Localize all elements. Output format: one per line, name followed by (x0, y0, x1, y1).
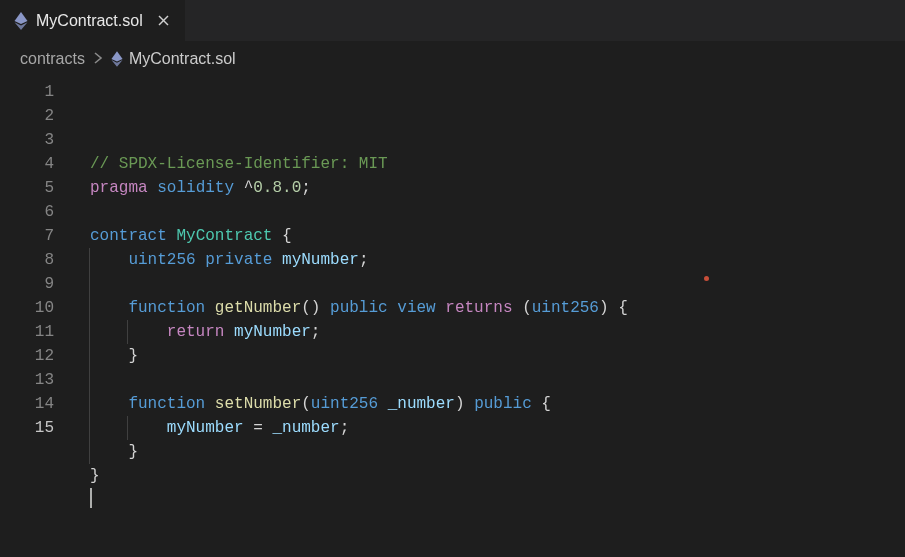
line-number: 6 (0, 200, 54, 224)
token: myNumber (234, 323, 311, 341)
token (436, 299, 446, 317)
code-area[interactable]: // SPDX-License-Identifier: MITpragma so… (72, 76, 905, 557)
token: ( (522, 299, 532, 317)
code-line[interactable] (90, 368, 905, 392)
token (320, 299, 330, 317)
token: ) (455, 395, 465, 413)
token: public (330, 299, 388, 317)
token: view (397, 299, 435, 317)
token (224, 323, 234, 341)
token: } (90, 467, 100, 485)
code-line[interactable]: pragma solidity ^0.8.0; (90, 176, 905, 200)
token (167, 227, 177, 245)
token: ; (340, 419, 350, 437)
code-line[interactable]: // SPDX-License-Identifier: MIT (90, 152, 905, 176)
token (234, 179, 244, 197)
token (196, 251, 206, 269)
token (272, 251, 282, 269)
line-number: 8 (0, 248, 54, 272)
tab-bar: MyContract.sol (0, 0, 905, 42)
token (609, 299, 619, 317)
token: = (253, 419, 263, 437)
token: { (282, 227, 292, 245)
code-line[interactable]: } (90, 440, 905, 464)
breadcrumb-label: MyContract.sol (129, 50, 236, 68)
token: uint256 (532, 299, 599, 317)
token (263, 419, 273, 437)
code-editor[interactable]: 123456789101112131415 // SPDX-License-Id… (0, 76, 905, 557)
code-line[interactable]: contract MyContract { (90, 224, 905, 248)
token: { (541, 395, 551, 413)
ethereum-icon (14, 12, 28, 30)
code-line[interactable] (90, 272, 905, 296)
line-number: 7 (0, 224, 54, 248)
tab-label: MyContract.sol (36, 12, 143, 30)
code-line[interactable]: function getNumber() public view returns… (90, 296, 905, 320)
token: { (618, 299, 628, 317)
tab-mycontract[interactable]: MyContract.sol (0, 0, 186, 41)
line-number: 14 (0, 392, 54, 416)
token: _number (272, 419, 339, 437)
code-line[interactable]: myNumber = _number; (90, 416, 905, 440)
token: getNumber (215, 299, 301, 317)
line-number: 2 (0, 104, 54, 128)
token: () (301, 299, 320, 317)
token: function (128, 395, 205, 413)
token: ( (301, 395, 311, 413)
token: } (128, 347, 138, 365)
token (378, 395, 388, 413)
token: returns (445, 299, 512, 317)
cursor (90, 488, 92, 508)
token: MyContract (176, 227, 272, 245)
token: uint256 (128, 251, 195, 269)
token (272, 227, 282, 245)
code-line[interactable]: return myNumber; (90, 320, 905, 344)
token (205, 299, 215, 317)
code-line[interactable]: } (90, 344, 905, 368)
marker-dot (704, 276, 709, 281)
token (388, 299, 398, 317)
token: ; (301, 179, 311, 197)
code-line[interactable]: function setNumber(uint256 _number) publ… (90, 392, 905, 416)
token (205, 395, 215, 413)
code-line[interactable]: uint256 private myNumber; (90, 248, 905, 272)
token (148, 179, 158, 197)
token: ^ (244, 179, 254, 197)
chevron-right-icon (93, 50, 103, 68)
line-number: 4 (0, 152, 54, 176)
token: pragma (90, 179, 148, 197)
token: private (205, 251, 272, 269)
token: ; (359, 251, 369, 269)
line-number: 15 (0, 416, 54, 440)
code-line[interactable] (90, 488, 905, 512)
line-number: 12 (0, 344, 54, 368)
token (532, 395, 542, 413)
line-number-gutter: 123456789101112131415 (0, 76, 72, 557)
line-number: 5 (0, 176, 54, 200)
token: return (167, 323, 225, 341)
breadcrumb-segment-file[interactable]: MyContract.sol (111, 50, 236, 68)
token: // SPDX-License-Identifier: MIT (90, 155, 388, 173)
line-number: 10 (0, 296, 54, 320)
token: } (128, 443, 138, 461)
token: ) (599, 299, 609, 317)
line-number: 1 (0, 80, 54, 104)
breadcrumb-label: contracts (20, 50, 85, 68)
line-number: 11 (0, 320, 54, 344)
token: solidity (157, 179, 234, 197)
token (465, 395, 475, 413)
token: public (474, 395, 532, 413)
code-line[interactable]: } (90, 464, 905, 488)
ethereum-icon (111, 51, 123, 67)
line-number: 9 (0, 272, 54, 296)
code-line[interactable] (90, 200, 905, 224)
line-number: 3 (0, 128, 54, 152)
token (513, 299, 523, 317)
token: myNumber (282, 251, 359, 269)
token: ; (311, 323, 321, 341)
token: _number (388, 395, 455, 413)
breadcrumb: contracts MyContract.sol (0, 42, 905, 76)
token: 0.8.0 (253, 179, 301, 197)
breadcrumb-segment-folder[interactable]: contracts (20, 50, 85, 68)
close-tab-button[interactable] (155, 12, 173, 30)
